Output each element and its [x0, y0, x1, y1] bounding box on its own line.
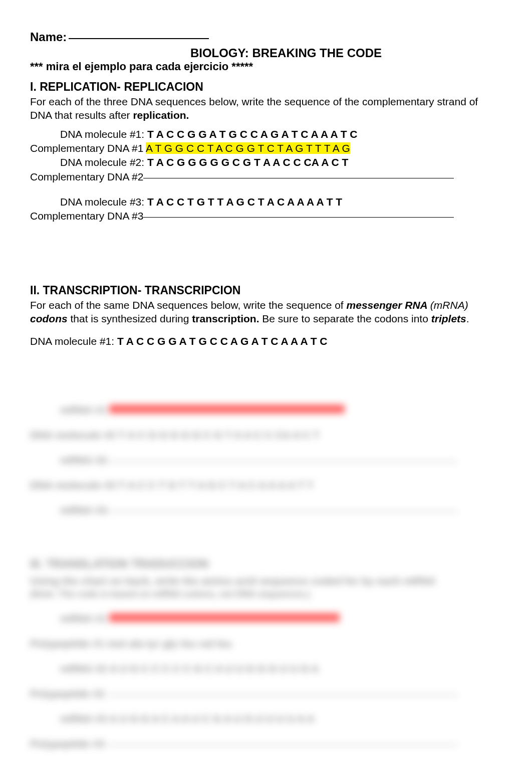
s2-triplets: triplets — [431, 313, 466, 324]
mrna2-answer-line[interactable] — [107, 461, 457, 462]
s2-intro-p3: Be sure to separate the codons into — [259, 313, 431, 324]
s2-intro-p2: that is synthesized during — [68, 313, 192, 324]
section1-intro: For each of the three DNA sequences belo… — [30, 95, 502, 122]
comp3-answer-line[interactable] — [143, 217, 454, 218]
dna1-row: DNA molecule #1: T A C C G G A T G C C A… — [30, 127, 502, 141]
comp2-row: Complementary DNA #2 — [30, 170, 502, 184]
s2-dna1-seq: T A C C G G A T G C C A G A T C A A A T … — [117, 335, 328, 347]
dna2-label: DNA molecule #2: — [60, 156, 147, 168]
s2-dna1-row: DNA molecule #1: T A C C G G A T G C C A… — [30, 334, 502, 348]
document-title: BIOLOGY: BREAKING THE CODE — [30, 46, 502, 60]
comp3-row: Complementary DNA #3 — [30, 209, 502, 223]
mrna2b-label: mRNA #2 — [60, 663, 107, 674]
dna1-seq: T A C C G G A T G C C A G A T C A A A T … — [147, 128, 358, 140]
mrna3-label: mRNA #3 — [60, 504, 107, 516]
dna2-row: DNA molecule #2: T A C G G G G G C G T A… — [30, 155, 502, 169]
section1-heading: I. REPLICATION- REPLICACION — [30, 80, 502, 94]
mrna2-label: mRNA #2 — [60, 454, 107, 466]
s2-intro-end: . — [466, 313, 469, 324]
poly3-answer-line[interactable] — [107, 745, 458, 745]
mrna1b-label: mRNA #1 — [60, 613, 107, 624]
section1-intro-text: For each of the three DNA sequences belo… — [30, 96, 478, 121]
name-input-line[interactable] — [69, 38, 209, 39]
section3-note: (Note: The code is based on mRNA codons,… — [30, 589, 502, 600]
mrna2b-seq: A U G C C C C C G C A U U G G G U U G A — [109, 663, 319, 674]
name-label: Name: — [30, 30, 67, 44]
instruction-subtitle: *** mira el ejemplo para cada ejercicio … — [30, 60, 502, 73]
dna1-label: DNA molecule #1: — [60, 128, 147, 140]
s2-codons: codons — [30, 313, 68, 324]
mrna3b-label: mRNA #3 — [60, 713, 107, 724]
s2-mrna: messenger RNA — [347, 299, 430, 311]
comp1-seq-highlighted: A T G G C C T A C G G T C T A G T T T A … — [146, 142, 350, 154]
s2-mrna-paren: (mRNA) — [430, 299, 468, 311]
blur-dna3: DNA molecule #3 T A C C T G T T A G C T … — [30, 479, 502, 491]
comp3-label: Complementary DNA #3 — [30, 210, 143, 222]
dna2-seq: T A C G G G G G C G T A A C C CA A C T — [147, 156, 348, 168]
s2-intro-p1: For each of the same DNA sequences below… — [30, 299, 347, 311]
section2-intro: For each of the same DNA sequences below… — [30, 298, 502, 326]
mrna1-label: mRNA #1 — [60, 404, 107, 416]
poly1-seq: met ala tyr gly leu val leu — [107, 638, 232, 649]
comp2-label: Complementary DNA #2 — [30, 171, 143, 182]
section2-heading: II. TRANSCRIPTION- TRANSCRIPCION — [30, 284, 502, 297]
s2-transcription: transcription. — [192, 313, 259, 324]
dna3-seq: T A C C T G T T A G C T A C A A A A T T — [147, 196, 342, 208]
mrna1b-redacted — [109, 613, 340, 622]
section3-body: Using the chart on back, write the amino… — [30, 575, 502, 587]
comp1-label: Complementary DNA #1 — [30, 142, 146, 154]
section3-heading: III. TRANSLATION TRADUCCION — [30, 557, 208, 570]
dna3-label: DNA molecule #3: — [60, 196, 147, 208]
poly2-answer-line[interactable] — [107, 695, 458, 695]
section1-intro-bold: replication. — [133, 109, 189, 121]
poly2-label: Polypeptide #2 — [30, 688, 104, 699]
mrna3-answer-line[interactable] — [107, 511, 457, 512]
poly3-label: Polypeptide #3 — [30, 738, 104, 749]
mrna3b-seq: A U G G A C A A U C G A U G U U U U A A — [109, 713, 315, 724]
comp1-row: Complementary DNA #1 A T G G C C T A C G… — [30, 141, 502, 155]
dna3-row: DNA molecule #3: T A C C T G T T A G C T… — [30, 195, 502, 209]
s2-dna1-label: DNA molecule #1: — [30, 335, 117, 347]
comp2-answer-line[interactable] — [143, 178, 454, 178]
blurred-region: mRNA #1 DNA molecule #2 T A C G G G G G … — [30, 404, 502, 750]
mrna1-answer-redacted — [109, 405, 345, 414]
blur-dna2: DNA molecule #2 T A C G G G G G C G T A … — [30, 429, 502, 441]
poly1-label: Polypeptide #1 — [30, 638, 104, 649]
